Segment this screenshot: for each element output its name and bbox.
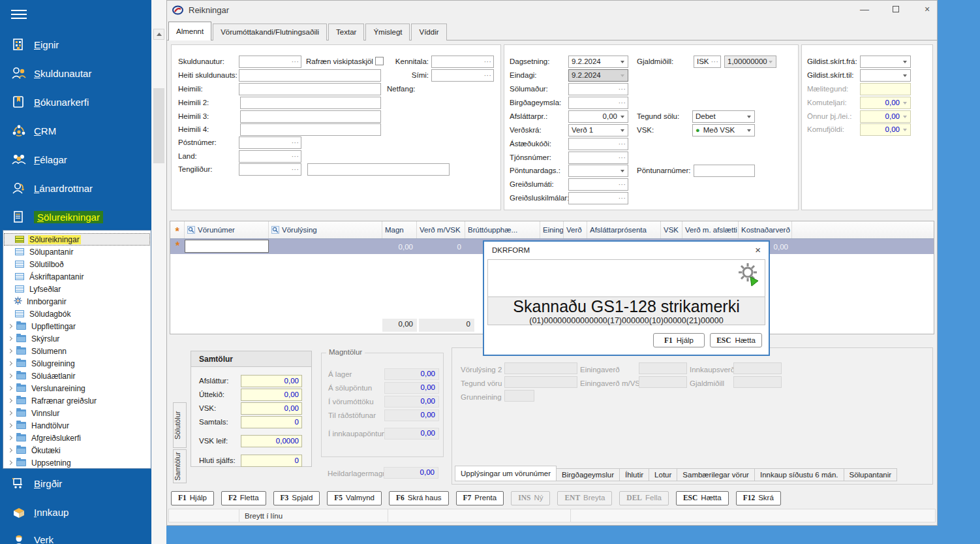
gildist-til-combo[interactable] [860,69,911,82]
tree-folder-handtolvur[interactable]: Handtölvur [4,419,150,432]
sidebar-item-felagar[interactable]: Félagar [0,150,151,168]
vtab-samtolur[interactable]: Samtölur [173,449,187,483]
tree-folder-solugreining[interactable]: Sölugreining [4,357,150,370]
vorunumer-edit-cell[interactable] [185,240,269,253]
sidebar-item-lanardrottnar[interactable]: Lánardrottnar [0,179,151,197]
close-button[interactable]: × [919,3,936,16]
onnur-input[interactable]: 0,00 [860,110,911,123]
birgdageymsla-lookup-input[interactable] [568,97,628,109]
tab-innkaup-sidustu-6-man[interactable]: Innkaup síðustu 6 mán. [754,468,844,481]
tab-ihlutir[interactable]: Íhlutir [619,468,649,481]
tree-folder-verslunareining[interactable]: Verslunareining [4,382,150,394]
tab-almennt[interactable]: Almennt [168,22,211,40]
tree-folder-solumenn[interactable]: Sölumenn [4,345,150,357]
tree-folder-okutaeki[interactable]: Ökutæki [4,444,150,456]
solumadur-lookup-input[interactable] [568,83,628,95]
tab-ymislegt[interactable]: Ýmislegt [365,24,410,40]
tengilidur-lookup-input[interactable] [239,163,301,176]
tree-item-solupantanir[interactable]: Sölupantanir [4,246,150,258]
column-header-eining[interactable]: Eining [540,221,564,238]
tab-textar[interactable]: Textar [328,24,364,40]
fkey-esc-haetta[interactable]: ESCHætta [676,491,729,505]
gildist-fra-combo[interactable] [860,56,911,68]
tree-item-lyfsedlar[interactable]: Lyfseðlar [4,283,150,295]
maelitegund-input[interactable] [860,83,911,95]
tjonsnumer-lookup-input[interactable] [568,152,628,164]
postnumer-lookup-input[interactable] [239,136,301,149]
sidebar-item-eignir[interactable]: Eignir [0,35,151,54]
tree-folder-skyrslur[interactable]: Skýrslur [4,332,150,345]
vsk-total-value[interactable]: 0,00 [241,402,302,415]
column-header-verd-m-afslaetti[interactable]: Verð m. afslætti [682,221,739,238]
dialog-close-icon[interactable]: × [755,244,761,255]
fkey-f3-spjald[interactable]: F3Spjald [273,491,320,505]
tab-sambaerilegar-vorur[interactable]: Sambærilegar vörur [677,468,755,481]
column-header-vorunumer[interactable]: Vörunúmer [185,221,269,238]
tree-item-soludagbok[interactable]: Söludagbók [4,308,150,320]
tree-item-innborganir[interactable]: Innborganir [4,295,150,308]
heimili-input[interactable] [239,83,381,95]
komufjoldi-input[interactable]: 0,00 [860,123,911,136]
tree-folder-uppflettingar[interactable]: Uppflettingar [4,320,150,332]
fkey-f1-hjalp[interactable]: F1Hjálp [171,491,214,505]
tab-vorumottakandi[interactable]: Vörumóttakandi/Flutningsaðili [213,24,327,40]
simi-lookup-input[interactable] [431,69,494,82]
astaedukodi-lookup-input[interactable] [568,138,628,150]
greidsluskilmalar-lookup-input[interactable] [568,192,628,204]
vertical-scrollbar[interactable] [151,0,166,544]
tab-birgdageymslur[interactable]: Birgðageymslur [556,468,620,481]
sidebar-item-skuldunautar[interactable]: Skuldunautar [0,64,151,82]
heimili2-input[interactable] [240,97,381,109]
column-header-magn[interactable]: Magn [382,221,417,238]
tab-viddir[interactable]: Víddir [411,24,446,40]
tree-folder-vinnslur[interactable]: Vinnslur [4,407,150,419]
sidebar-item-birgdir[interactable]: Birgðir [0,474,151,492]
fkey-f12-skra[interactable]: F12Skrá [736,491,781,505]
maximize-button[interactable] [887,3,904,16]
sidebar-item-bokunarkerfi[interactable]: Bókunarkerfi [0,93,151,111]
afslattarpr-combo[interactable]: 0,00 [568,110,628,123]
skuldunautur-lookup-input[interactable] [239,56,301,68]
minimize-button[interactable]: — [856,3,873,16]
tree-folder-rafraenar-greidslur[interactable]: Rafrænar greiðslur [4,394,150,407]
tab-solupantanir[interactable]: Sölupantanir [844,468,898,481]
heiti-skuldunauts-input[interactable] [239,69,381,82]
fkey-f7-prenta[interactable]: F7Prenta [456,491,504,505]
column-header-bruttoupphaed[interactable]: Brúttóupphæ... [465,221,540,238]
land-lookup-input[interactable] [239,150,301,163]
tree-folder-uppsetning[interactable]: Uppsetning [4,456,150,469]
tree-item-askriftapantanir[interactable]: Áskriftapantanir [4,270,150,283]
heimili3-input[interactable] [240,110,381,123]
tree-folder-afgreidslukerfi[interactable]: Afgreiðslukerfi [4,432,150,444]
column-header-verd[interactable]: Verð [564,221,587,238]
kennitala-lookup-input[interactable] [431,56,494,68]
pontunarnumer-input[interactable] [694,165,755,177]
fkey-f5-valmynd[interactable]: F5Valmynd [327,491,382,505]
afslattur-value[interactable]: 0,00 [241,375,302,387]
pontunardags-date-combo[interactable] [568,165,628,177]
sidebar-item-solureikningar[interactable]: Sölureikningar [0,208,151,226]
column-header-vsk[interactable]: VSK [661,221,682,238]
fkey-f2-fletta[interactable]: F2Fletta [221,491,266,505]
gengi-combo[interactable]: 1,00000000 [724,56,776,68]
sidebar-item-innkaup[interactable]: Innkaup [0,503,151,521]
hluti-sjalfs-value[interactable]: 0 [241,455,302,467]
eindagi-date-combo[interactable]: 9.2.2024 [568,69,628,82]
dagsetning-date-combo[interactable]: 9.2.2024 [568,56,628,68]
fkey-f6-skra-haus[interactable]: F6Skrá haus [389,491,449,505]
gjaldmidill-lookup-input[interactable]: ISK [694,56,721,68]
column-header-verd-mvsk[interactable]: Verð m/VSK [417,221,465,238]
dialog-cancel-button[interactable]: ESCHætta [710,333,762,347]
komuteljari-input[interactable]: 0,00 [860,97,911,109]
tab-upplysingar-um-vorunumer[interactable]: Upplýsingar um vörunúmer [455,466,557,481]
tengilidur-name-input[interactable] [307,163,450,176]
scrollbar-thumb[interactable] [153,88,164,163]
tree-item-solutilbod[interactable]: Sölutilboð [4,258,150,270]
verdskra-combo[interactable]: Verð 1 [568,124,628,136]
vtab-solutolur[interactable]: Sölutölur [173,402,187,448]
hamburger-menu-icon[interactable] [11,10,27,19]
column-header-afslattarprosenta[interactable]: Afsláttarprósenta [587,221,661,238]
samtals-value[interactable]: 0 [241,416,302,428]
tree-item-solureikningar[interactable]: Sölureikningar [4,233,150,246]
heimili4-input[interactable] [240,123,381,136]
